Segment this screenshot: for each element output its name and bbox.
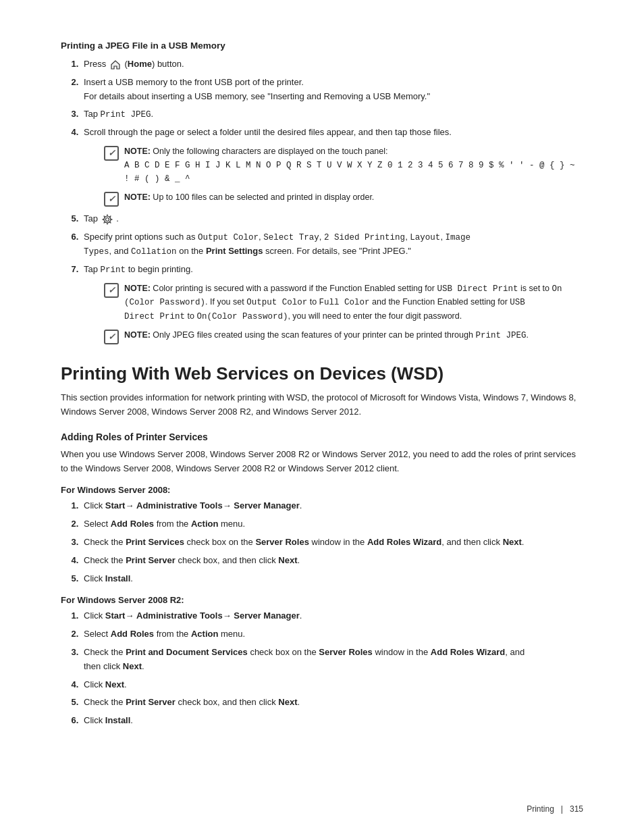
windows2008r2-heading: For Windows Server 2008 R2: xyxy=(61,595,583,605)
jpeg-step-5: Tap . xyxy=(81,212,583,226)
note4-icon: ✓ xyxy=(104,330,119,344)
jpeg-step-1: Press (Home) button. xyxy=(81,57,583,72)
note2-box: ✓ NOTE: Up to 100 files can be selected … xyxy=(104,191,583,207)
s6-code2: Select Tray xyxy=(263,233,319,242)
s6-code6: Collation xyxy=(131,247,177,257)
step3-code: Print JPEG xyxy=(101,110,151,120)
step2-subtext: For details about inserting a USB memory… xyxy=(84,91,430,101)
footer-page: 315 xyxy=(570,804,583,814)
windows2008r2-section: For Windows Server 2008 R2: Click Start→… xyxy=(61,595,583,728)
jpeg-section: Printing a JPEG File in a USB Memory Pre… xyxy=(61,41,583,344)
w2008-step5: Click Install. xyxy=(81,572,583,586)
svg-point-1 xyxy=(104,216,111,223)
windows2008-section: For Windows Server 2008: Click Start→ Ad… xyxy=(61,485,583,585)
windows2008-steps: Click Start→ Administrative Tools→ Serve… xyxy=(81,499,583,585)
footer-divider: | xyxy=(561,804,563,814)
home-icon xyxy=(109,59,125,69)
note1-text: NOTE: Only the following characters are … xyxy=(124,145,583,186)
jpeg-step-3: Tap Print JPEG. xyxy=(81,107,583,122)
w2008r2-step3: Check the Print and Document Services ch… xyxy=(81,646,583,674)
jpeg-step-7: Tap Print to begin printing. ✓ NOTE: Col… xyxy=(81,263,583,344)
svg-point-0 xyxy=(105,217,109,221)
step4-notes: ✓ NOTE: Only the following characters ar… xyxy=(104,145,583,207)
note4-box: ✓ NOTE: Only JPEG files created using th… xyxy=(104,329,583,344)
w2008r2-step2: Select Add Roles from the Action menu. xyxy=(81,627,583,642)
windows2008r2-steps: Click Start→ Administrative Tools→ Serve… xyxy=(81,609,583,728)
w2008r2-step6: Click Install. xyxy=(81,714,583,728)
note2-text: NOTE: Up to 100 files can be selected an… xyxy=(124,191,374,204)
w2008r2-step4: Click Next. xyxy=(81,678,583,692)
windows2008-heading: For Windows Server 2008: xyxy=(61,485,583,495)
jpeg-step-4: Scroll through the page or select a fold… xyxy=(81,126,583,207)
wsd-intro: This section provides information for ne… xyxy=(61,391,583,419)
step1-text-before: Press xyxy=(84,59,106,69)
gear-icon xyxy=(101,213,117,224)
note1-box: ✓ NOTE: Only the following characters ar… xyxy=(104,145,583,186)
note2-icon: ✓ xyxy=(104,192,119,207)
wsd-section: Printing With Web Services on Devices (W… xyxy=(61,363,583,728)
step7-notes: ✓ NOTE: Color printing is secured with a… xyxy=(104,282,583,344)
jpeg-step-2: Insert a USB memory to the front USB por… xyxy=(81,76,583,104)
w2008r2-step1: Click Start→ Administrative Tools→ Serve… xyxy=(81,609,583,623)
w2008-step2: Select Add Roles from the Action menu. xyxy=(81,517,583,531)
step1-bold: Home xyxy=(128,59,152,69)
s6-code4: Layout xyxy=(410,233,440,242)
s6-bold: Print Settings xyxy=(206,246,263,256)
jpeg-step-6: Specify print options such as Output Col… xyxy=(81,230,583,259)
wsd-sub-title: Adding Roles of Printer Services xyxy=(61,432,583,442)
w2008r2-step5: Check the Print Server check box, and th… xyxy=(81,696,583,710)
s7-code: Print xyxy=(101,265,126,275)
w2008-step4: Check the Print Server check box, and th… xyxy=(81,554,583,568)
note4-text: NOTE: Only JPEG files created using the … xyxy=(124,329,529,342)
note3-text: NOTE: Color printing is secured with a p… xyxy=(124,282,562,323)
page-content: Printing a JPEG File in a USB Memory Pre… xyxy=(0,0,644,773)
w2008-step1: Click Start→ Administrative Tools→ Serve… xyxy=(81,499,583,513)
w2008-step3: Check the Print Services check box on th… xyxy=(81,536,583,550)
wsd-main-title: Printing With Web Services on Devices (W… xyxy=(61,363,583,384)
wsd-sub-intro: When you use Windows Server 2008, Window… xyxy=(61,448,583,476)
jpeg-steps-list: Press (Home) button. Insert a USB memory… xyxy=(81,57,583,344)
page-footer: Printing | 315 xyxy=(527,804,583,814)
note3-icon: ✓ xyxy=(104,283,119,298)
jpeg-section-title: Printing a JPEG File in a USB Memory xyxy=(61,41,583,51)
note1-icon: ✓ xyxy=(104,146,119,161)
footer-label: Printing xyxy=(527,804,554,814)
s6-code3: 2 Sided Printing xyxy=(324,233,405,242)
note3-box: ✓ NOTE: Color printing is secured with a… xyxy=(104,282,583,323)
s6-code1: Output Color xyxy=(198,233,259,242)
